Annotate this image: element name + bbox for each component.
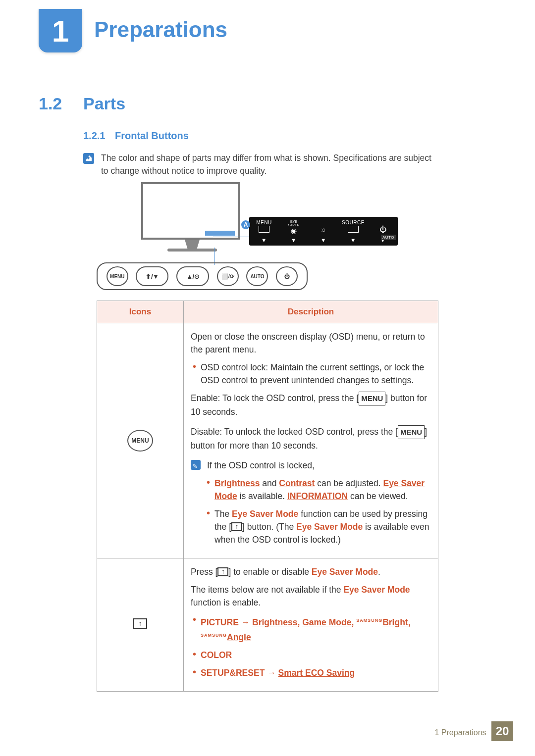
monitor-screen — [141, 182, 240, 240]
menu-inline-icon: MENU — [398, 425, 425, 439]
note-icon — [83, 153, 94, 164]
section-number: 1.2 — [39, 94, 62, 113]
note-icon — [191, 460, 201, 470]
note-text: The color and shape of parts may differ … — [101, 151, 438, 177]
sub-note: If the OSD control is locked, Brightness… — [191, 459, 431, 546]
table-row: Press [] to enable or disable Eye Saver … — [97, 558, 438, 692]
desc-paragraph: Disable: To unlock the locked OSD contro… — [191, 425, 431, 452]
desc-bullet: SETUP&RESET → Smart ECO Saving — [191, 666, 431, 679]
desc-bullet: OSD control lock: Maintain the current s… — [191, 361, 431, 387]
up-arrow-box-icon — [217, 567, 228, 576]
down-arrow-icon: ▼ — [291, 237, 296, 243]
callout-leader-line — [213, 237, 250, 237]
menu-button-icon: MENU — [127, 430, 153, 452]
down-arrow-icon: ▼ — [321, 237, 326, 243]
monitor-osd-indicator — [205, 231, 235, 236]
eye-icon: ◉ — [290, 227, 297, 234]
osd-item-menu: MENU ▼ — [249, 217, 279, 246]
down-arrow-icon: ▼ — [350, 237, 356, 243]
subsection-title: Frontal Buttons — [115, 130, 189, 142]
table-header-description: Description — [184, 301, 438, 323]
brightness-icon: ☼ — [320, 226, 327, 233]
osd-label: SOURCE — [342, 220, 365, 225]
front-button-box-loop: ⬜/⟳ — [217, 266, 239, 286]
front-button-menu: MENU — [107, 266, 128, 286]
desc-paragraph: The items below are not available if the… — [191, 583, 431, 609]
source-icon — [348, 226, 359, 233]
osd-item-source: SOURCE ▼ — [338, 217, 368, 246]
description-cell: Press [] to enable or disable Eye Saver … — [184, 558, 438, 692]
osd-item-brightness: ☼ ▼ — [309, 217, 338, 246]
page-number: 20 — [491, 721, 513, 741]
footer-chapter-label: 1 Preparations — [434, 728, 486, 737]
front-button-row: MENU ⬆/▼ ▲/⊙ ⬜/⟳ AUTO ⏻ — [97, 262, 308, 290]
sub-note-bullet: The Eye Saver Mode function can be used … — [205, 507, 431, 546]
desc-paragraph: Enable: To lock the OSD control, press t… — [191, 392, 431, 418]
desc-bullet: COLOR — [191, 649, 431, 661]
sub-note-intro: If the OSD control is locked, — [207, 460, 315, 470]
icon-cell-menu: MENU — [97, 323, 184, 558]
desc-paragraph: Open or close the onscreen display (OSD)… — [191, 330, 431, 356]
osd-panel-detail: A MENU ▼ EYESAVER ◉ ▼ ☼ ▼ SOURCE ▼ — [249, 217, 398, 246]
chapter-number-tab: 1 — [39, 9, 82, 52]
osd-label: MENU — [256, 220, 271, 225]
desc-bullet: PICTURE → Brightness, Game Mode, SAMSUNG… — [191, 614, 431, 644]
icon-cell-upbox — [97, 558, 184, 692]
monitor-diagram — [141, 182, 243, 252]
subsection-number: 1.2.1 — [83, 130, 105, 142]
section-title: Parts — [83, 94, 125, 113]
osd-item-power: ⏻ ▼ — [368, 217, 398, 246]
front-button-auto: AUTO — [246, 266, 268, 286]
osd-item-eyesaver: EYESAVER ◉ ▼ — [279, 217, 309, 246]
description-cell: Open or close the onscreen display (OSD)… — [184, 323, 438, 558]
osd-auto-label: AUTO — [381, 235, 396, 240]
buttons-description-table: Icons Description MENU Open or close the… — [97, 301, 438, 692]
front-button-power: ⏻ — [276, 266, 298, 286]
front-button-triangle-dot: ▲/⊙ — [176, 266, 209, 286]
up-arrow-box-icon — [133, 618, 147, 629]
osd-label: EYESAVER — [279, 220, 309, 227]
up-arrow-box-icon — [231, 522, 242, 531]
monitor-neck — [185, 240, 200, 250]
chapter-title: Preparations — [94, 17, 227, 42]
desc-paragraph: Press [] to enable or disable Eye Saver … — [191, 565, 431, 578]
power-icon: ⏻ — [379, 226, 386, 233]
table-header-icons: Icons — [97, 301, 184, 323]
menu-bars-icon — [259, 226, 269, 233]
page-footer: 1 Preparations 20 — [434, 721, 513, 741]
front-button-up-down: ⬆/▼ — [136, 266, 168, 286]
table-row: MENU Open or close the onscreen display … — [97, 323, 438, 558]
sub-note-bullet: Brightness and Contrast can be adjusted.… — [205, 477, 431, 503]
menu-inline-icon: MENU — [359, 392, 385, 405]
down-arrow-icon: ▼ — [261, 237, 267, 243]
